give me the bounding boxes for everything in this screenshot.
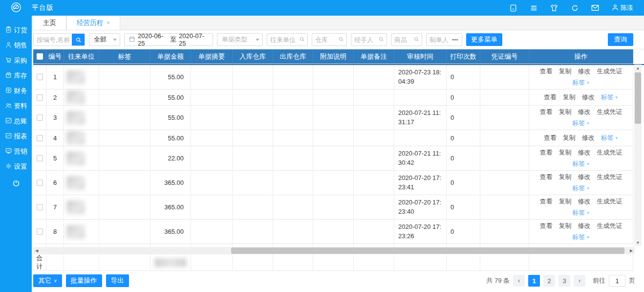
menu-icon[interactable] (529, 3, 538, 12)
edit-link[interactable]: 修改 (582, 93, 595, 102)
horizontal-scroll-thumb[interactable] (231, 247, 624, 254)
tag-dropdown-link[interactable]: 标签∨ (572, 184, 590, 193)
magnifier-icon[interactable] (338, 36, 344, 44)
maker-input[interactable] (427, 34, 452, 45)
row-checkbox[interactable] (37, 74, 43, 80)
tag-dropdown-link[interactable]: 标签∨ (601, 134, 619, 142)
magnifier-icon[interactable] (378, 36, 384, 44)
view-link[interactable]: 查看 (540, 222, 553, 230)
doc-type-select[interactable]: 单据类型 (217, 33, 263, 46)
row-checkbox[interactable] (37, 204, 43, 210)
theme-skin-icon[interactable] (550, 3, 558, 12)
keyword-search-input[interactable] (34, 34, 72, 45)
tag-dropdown-link[interactable]: 标签∨ (572, 119, 590, 128)
sidebar-item-财务[interactable]: 财务 (0, 83, 32, 98)
generate-voucher-link[interactable]: 生成凭证 (597, 222, 623, 230)
generate-voucher-link[interactable]: 生成凭证 (597, 173, 623, 181)
sidebar-item-设置[interactable]: 设置 (0, 159, 32, 174)
copy-link[interactable]: 复制 (563, 93, 576, 102)
generate-voucher-link[interactable]: 生成凭证 (597, 67, 623, 76)
magnifier-icon[interactable] (413, 36, 419, 44)
vertical-scrollbar[interactable]: ▲ ▼ (634, 65, 642, 246)
tag-dropdown-link[interactable]: 标签∨ (572, 78, 590, 87)
page-button-2[interactable]: 2 (543, 275, 555, 287)
vertical-scroll-thumb[interactable] (635, 72, 641, 124)
row-checkbox[interactable] (37, 114, 43, 121)
copy-link[interactable]: 复制 (559, 222, 572, 230)
sidebar-item-总账[interactable]: 总账 (0, 113, 32, 129)
goto-page-input[interactable] (609, 275, 625, 287)
view-link[interactable]: 查看 (540, 67, 553, 76)
row-checkbox[interactable] (37, 135, 43, 141)
copy-link[interactable]: 复制 (563, 134, 576, 142)
sidebar-item-采购[interactable]: 采购 (0, 53, 32, 68)
page-button-1[interactable]: 1 (528, 275, 540, 287)
copy-link[interactable]: 复制 (559, 173, 572, 181)
column-header-入库仓库[interactable]: 入库仓库 (233, 49, 273, 64)
mail-icon[interactable] (591, 3, 600, 12)
magnifier-icon[interactable] (299, 36, 305, 44)
edit-link[interactable]: 修改 (578, 173, 591, 181)
edit-link[interactable]: 修改 (578, 67, 591, 76)
scroll-up-arrow-icon[interactable]: ▲ (634, 65, 642, 71)
column-header-操作[interactable]: 操作 (529, 49, 633, 64)
tag-dropdown-link[interactable]: 标签∨ (572, 208, 590, 217)
row-checkbox[interactable] (37, 94, 43, 101)
tag-dropdown-link[interactable]: 标签∨ (601, 93, 619, 102)
column-header-往来单位[interactable]: 往来单位 (64, 49, 99, 64)
column-header-打印次数[interactable]: 打印次数 (447, 49, 480, 64)
scroll-left-arrow-icon[interactable]: ◀ (33, 247, 40, 254)
scroll-right-arrow-icon[interactable]: ▶ (628, 247, 635, 254)
copy-link[interactable]: 复制 (559, 67, 572, 76)
tab-business-history[interactable]: 经营历程 × (66, 16, 120, 30)
refresh-icon[interactable] (570, 3, 579, 12)
sidebar-item-营销[interactable]: 营销 (0, 144, 32, 159)
view-link[interactable]: 查看 (540, 173, 553, 181)
tab-home[interactable]: 主页 (33, 16, 66, 30)
column-header-审核时间[interactable]: 审核时间 (394, 49, 447, 64)
edit-link[interactable]: 修改 (578, 197, 591, 206)
edit-link[interactable]: 修改 (582, 134, 595, 142)
view-link[interactable]: 查看 (544, 93, 557, 102)
edit-link[interactable]: 修改 (578, 222, 591, 230)
copy-link[interactable]: 复制 (559, 148, 572, 157)
sidebar-item-销售[interactable]: 销售 (0, 38, 32, 53)
column-header-单据摘要[interactable]: 单据摘要 (191, 49, 233, 64)
generate-voucher-link[interactable]: 生成凭证 (597, 108, 623, 116)
user-menu[interactable]: 陈漾 (611, 3, 633, 13)
column-header-出库仓库[interactable]: 出库仓库 (273, 49, 313, 64)
prev-page-button[interactable]: ‹ (513, 275, 525, 287)
product-input[interactable] (391, 34, 413, 45)
column-header-凭证编号[interactable]: 凭证编号 (480, 49, 529, 64)
sidebar-item-资料[interactable]: 资料 (0, 98, 32, 113)
generate-voucher-link[interactable]: 生成凭证 (597, 197, 623, 206)
generate-voucher-link[interactable]: 生成凭证 (597, 148, 623, 157)
column-header-标签[interactable]: 标签 (99, 49, 150, 64)
sidebar-item-订货[interactable]: 订货 (0, 22, 32, 38)
scroll-down-arrow-icon[interactable]: ▼ (634, 239, 642, 246)
warehouse-input[interactable] (312, 34, 338, 45)
view-link[interactable]: 查看 (544, 134, 557, 142)
search-icon[interactable] (72, 33, 85, 46)
row-checkbox[interactable] (37, 180, 43, 186)
other-button[interactable]: 其它 ∨ (33, 274, 62, 287)
tag-dropdown-link[interactable]: 标签∨ (572, 233, 590, 242)
export-button[interactable]: 导出 (106, 274, 129, 287)
row-checkbox[interactable] (37, 155, 43, 161)
copy-link[interactable]: 复制 (559, 197, 572, 206)
mobile-app-icon[interactable] (509, 3, 517, 12)
view-link[interactable]: 查看 (540, 197, 553, 206)
view-link[interactable]: 查看 (540, 108, 553, 116)
copy-link[interactable]: 复制 (559, 108, 572, 116)
select-all-checkbox[interactable] (37, 53, 43, 60)
date-range-picker[interactable]: 2020-06-25 至 2020-07-25 (124, 33, 213, 46)
column-header-单据备注[interactable]: 单据备注 (354, 49, 394, 64)
next-page-button[interactable]: › (574, 275, 585, 287)
tag-dropdown-link[interactable]: 标签∨ (572, 159, 590, 168)
row-checkbox[interactable] (37, 228, 43, 235)
partner-input[interactable] (267, 34, 299, 45)
edit-link[interactable]: 修改 (578, 108, 591, 116)
column-header-编号[interactable]: 编号 (46, 49, 64, 64)
query-button[interactable]: 查询 (608, 33, 633, 46)
handler-input[interactable] (351, 34, 378, 45)
